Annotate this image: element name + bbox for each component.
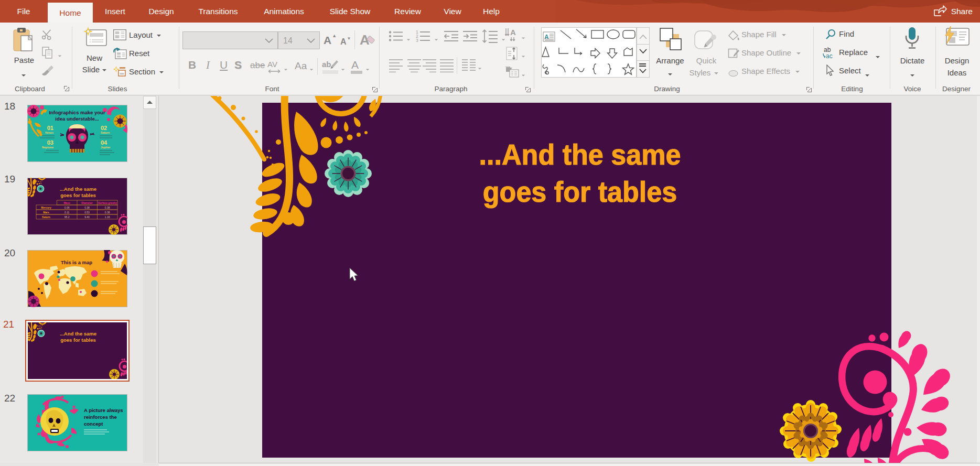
svg-text:0.06: 0.06 bbox=[64, 206, 70, 209]
svg-text:03: 03 bbox=[47, 139, 53, 146]
svg-text:This is a map: This is a map bbox=[61, 259, 92, 265]
svg-text:Surface gravity: Surface gravity bbox=[98, 201, 117, 204]
svg-text:0.38: 0.38 bbox=[105, 211, 110, 214]
svg-text:Mercury: Mercury bbox=[41, 206, 51, 209]
svg-text:goes for tables: goes for tables bbox=[60, 337, 96, 343]
svg-text:ac: ac bbox=[826, 52, 833, 59]
svg-text:goes for tables: goes for tables bbox=[60, 192, 96, 198]
svg-text:0.53: 0.53 bbox=[84, 211, 90, 214]
svg-text:Venus: Venus bbox=[45, 131, 53, 134]
svg-text:95.2: 95.2 bbox=[64, 215, 70, 219]
svg-text:0.38: 0.38 bbox=[105, 206, 110, 209]
svg-text:A: A bbox=[351, 59, 359, 71]
svg-text:3: 3 bbox=[416, 38, 418, 42]
svg-text:reinforces the: reinforces the bbox=[84, 414, 117, 420]
svg-text:Infographics make your: Infographics make your bbox=[49, 110, 105, 115]
svg-text:...And the same: ...And the same bbox=[60, 186, 96, 192]
svg-text:ab: ab bbox=[322, 60, 331, 69]
svg-text:Saturn: Saturn bbox=[101, 131, 110, 134]
svg-text:A picture always: A picture always bbox=[84, 407, 123, 413]
svg-text:...And the same: ...And the same bbox=[60, 331, 96, 337]
svg-text:idea understable...: idea understable... bbox=[55, 116, 99, 122]
svg-text:04: 04 bbox=[101, 139, 107, 146]
svg-text:02: 02 bbox=[101, 125, 107, 131]
svg-text:Neptune: Neptune bbox=[42, 146, 53, 149]
svg-text:0.11: 0.11 bbox=[64, 211, 70, 214]
svg-text:Saturn: Saturn bbox=[42, 215, 50, 219]
svg-text:14: 14 bbox=[283, 36, 293, 45]
svg-text:Diameter: Diameter bbox=[81, 201, 92, 204]
svg-text:1.16: 1.16 bbox=[105, 215, 110, 219]
svg-text:9.40: 9.40 bbox=[84, 215, 90, 219]
svg-text:Mars: Mars bbox=[43, 211, 49, 214]
svg-text:0.38: 0.38 bbox=[84, 206, 90, 209]
svg-text:concept: concept bbox=[84, 421, 103, 427]
svg-text:Mass: Mass bbox=[63, 201, 70, 204]
svg-text:01: 01 bbox=[47, 125, 53, 131]
svg-text:AV: AV bbox=[267, 60, 277, 69]
svg-text:Jupiter: Jupiter bbox=[101, 146, 111, 149]
svg-text:A: A bbox=[544, 34, 549, 41]
svg-text:A: A bbox=[510, 28, 516, 37]
